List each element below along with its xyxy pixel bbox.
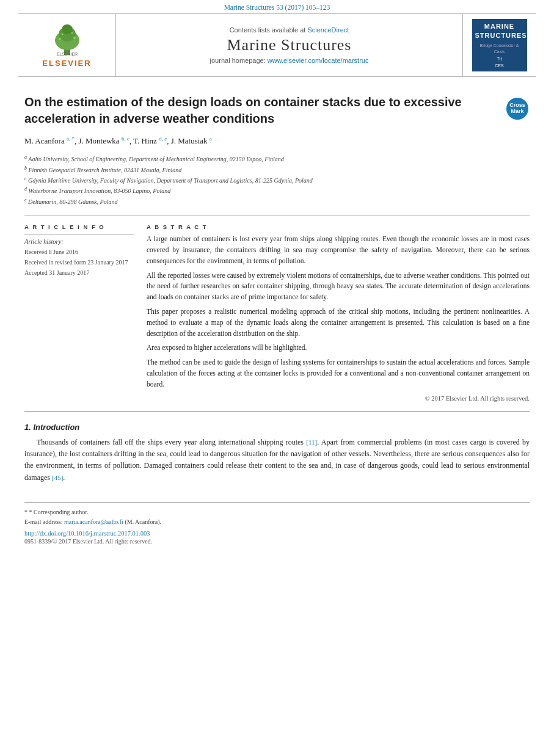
crossmark-badge[interactable]: Cross Mark [505, 96, 530, 123]
affiliations: a Aalto University, School of Engineerin… [24, 154, 530, 207]
email-suffix: (M. Acanfora). [125, 518, 161, 525]
article-title-section: On the estimation of the design loads on… [24, 94, 530, 127]
issn-line: 0951-8339/© 2017 Elsevier Ltd. All right… [24, 538, 530, 545]
doi-line: http://dx.doi.org/10.1016/j.marstruc.201… [24, 530, 530, 537]
svg-text:Cross: Cross [509, 102, 525, 108]
affil-sup-d: d [24, 186, 27, 192]
article-history-revised: Received in revised form 23 January 2017 [24, 257, 134, 267]
journal-header: ELSEVIER ELSEVIER Contents lists availab… [18, 13, 536, 77]
crossmark-icon: Cross Mark [505, 96, 530, 121]
section1-title: 1. Introduction [24, 423, 530, 432]
affil-sup-b: b [24, 165, 27, 171]
article-info-divider [24, 234, 134, 234]
abstract-para-1: A large number of containers is lost eve… [147, 234, 530, 266]
elsevier-tree-icon: ELSEVIER [43, 23, 92, 57]
svg-text:ELSEVIER: ELSEVIER [56, 52, 77, 56]
marine-logo-extra2: CES [475, 63, 524, 69]
affil-sup-c: c [24, 176, 27, 181]
copyright-line: © 2017 Elsevier Ltd. All rights reserved… [147, 394, 530, 404]
footnote-corresponding: * * Corresponding author. [24, 507, 530, 517]
article-history-received: Received 8 June 2016 [24, 247, 134, 257]
author-sup-a2: a [210, 136, 212, 142]
ref-11: [11] [306, 438, 317, 446]
elsevier-logo-box: ELSEVIER ELSEVIER [18, 14, 116, 76]
abstract-col: A B S T R A C T A large number of contai… [147, 224, 530, 404]
article-title: On the estimation of the design loads on… [24, 94, 498, 127]
two-col-section: A R T I C L E I N F O Article history: R… [24, 224, 530, 404]
marine-logo-extra: Tit [475, 56, 524, 62]
affil-sup-e: e [24, 197, 27, 203]
contents-available-line: Contents lists available at ScienceDirec… [230, 26, 349, 34]
article-body: On the estimation of the design loads on… [0, 77, 554, 555]
footnote-email: E-mail address: maria.acanfora@aalto.fi … [24, 517, 530, 527]
abstract-para-2: All the reported losses were caused by e… [147, 271, 530, 303]
journal-center: Contents lists available at ScienceDirec… [116, 14, 462, 76]
email-link[interactable]: maria.acanfora@aalto.fi [64, 518, 123, 525]
journal-title: Marine Structures [227, 36, 351, 54]
marine-logo-title: MARINESTRUCTURES [475, 22, 524, 41]
journal-citation: Marine Structures 53 (2017) 105–123 [224, 4, 330, 11]
svg-point-7 [71, 32, 73, 34]
affiliation-e: e Deltamarin, 80-298 Gdansk, Poland [24, 197, 530, 207]
marine-logo-subtitle: Bridge Consessior & Casis [475, 43, 524, 55]
svg-text:Mark: Mark [511, 108, 524, 114]
author-sup-de: d, e [159, 136, 167, 142]
corresponding-label: * Corresponding author. [29, 509, 89, 515]
article-info-col: A R T I C L E I N F O Article history: R… [24, 224, 134, 404]
author-sup-a: a, * [67, 136, 75, 142]
intro-paragraph: Thousands of containers fall off the shi… [24, 437, 530, 484]
authors-line: M. Acanfora a, *, J. Montewka b, c, T. H… [24, 134, 530, 148]
abstract-para-5: The method can be used to guide the desi… [147, 357, 530, 390]
svg-point-6 [61, 33, 63, 35]
homepage-label: journal homepage: [210, 57, 266, 64]
affiliation-a: a Aalto University, School of Engineerin… [24, 154, 530, 164]
science-direct-link[interactable]: ScienceDirect [307, 26, 349, 34]
article-history-label: Article history: [24, 238, 134, 245]
affiliation-b: b Finnish Geospatial Research Institute,… [24, 165, 530, 175]
footer-section: * * Corresponding author. E-mail address… [24, 502, 530, 545]
introduction-section: 1. Introduction Thousands of containers … [24, 423, 530, 484]
abstract-divider [24, 411, 530, 412]
svg-point-3 [62, 24, 73, 34]
journal-homepage-line: journal homepage: www.elsevier.com/locat… [210, 57, 369, 64]
svg-point-5 [73, 37, 76, 39]
abstract-para-3: This paper proposes a realistic numerica… [147, 307, 530, 339]
affiliation-c: c Gdynia Maritime University, Faculty of… [24, 175, 530, 186]
svg-point-4 [59, 38, 61, 40]
affiliation-d: d Waterborne Transport Innovation, 83-05… [24, 186, 530, 196]
homepage-url[interactable]: www.elsevier.com/locate/marstruc [268, 57, 369, 64]
doi-link[interactable]: http://dx.doi.org/10.1016/j.marstruc.201… [24, 530, 150, 537]
ref-45: [45] [52, 474, 63, 481]
article-info-label: A R T I C L E I N F O [24, 224, 134, 230]
abstract-text: A large number of containers is lost eve… [147, 234, 530, 404]
marine-structures-logo: MARINESTRUCTURES Bridge Consessior & Cas… [472, 19, 527, 71]
abstract-label: A B S T R A C T [147, 224, 530, 230]
contents-label: Contents lists available at [230, 26, 306, 34]
article-history-accepted: Accepted 31 January 2017 [24, 267, 134, 278]
abstract-para-4: Area exposed to higher accelerations wil… [147, 343, 530, 354]
top-citation-bar: Marine Structures 53 (2017) 105–123 [0, 0, 554, 13]
affil-sup-a: a [24, 154, 27, 160]
marine-structures-logo-box: MARINESTRUCTURES Bridge Consessior & Cas… [462, 14, 536, 76]
page: Marine Structures 53 (2017) 105–123 ELSE… [0, 0, 554, 756]
email-label: E-mail address: [24, 518, 62, 525]
author-sup-bc: b, c [122, 136, 129, 142]
header-divider [24, 216, 530, 216]
elsevier-wordmark: ELSEVIER [42, 59, 91, 68]
